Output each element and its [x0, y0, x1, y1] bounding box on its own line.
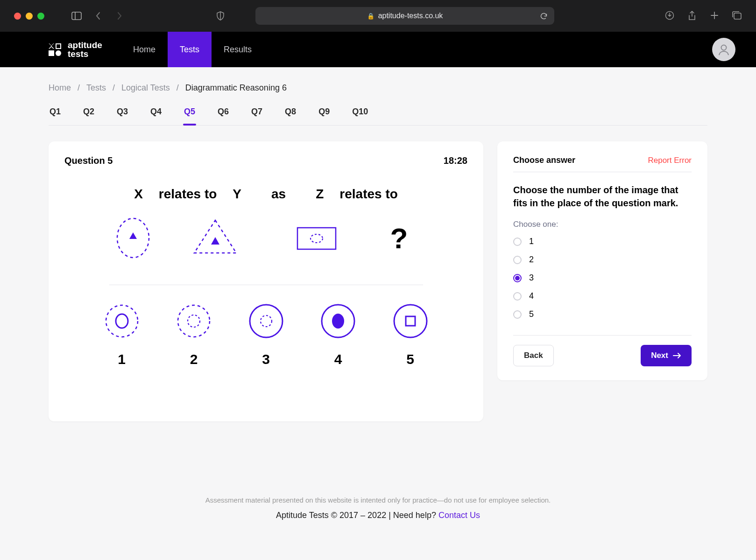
footer-disclaimer: Assessment material presented on this we…	[49, 496, 707, 504]
svg-point-16	[250, 305, 283, 337]
brand-logo[interactable]: aptitude tests	[0, 41, 121, 58]
answer-header: Choose answer	[513, 155, 575, 165]
next-button[interactable]: Next	[641, 345, 692, 366]
timer: 18:28	[444, 155, 467, 166]
answer-option-2[interactable]: 2	[513, 255, 692, 265]
crumb-home[interactable]: Home	[49, 83, 71, 93]
tab-q4[interactable]: Q4	[149, 107, 163, 125]
label-y: Y	[233, 187, 241, 202]
reload-icon[interactable]	[540, 12, 548, 20]
url-text: aptitude-tests.co.uk	[378, 12, 443, 20]
svg-rect-21	[406, 316, 415, 326]
svg-rect-0	[72, 12, 81, 20]
label-relates2: relates to	[339, 187, 398, 202]
question-mark-icon: ?	[378, 222, 420, 255]
svg-point-19	[332, 314, 344, 329]
footer: Assessment material presented on this we…	[49, 496, 707, 520]
svg-point-15	[188, 315, 200, 327]
crumb-current: Diagrammatic Reasoning 6	[185, 83, 287, 93]
maximize-window-icon[interactable]	[37, 13, 44, 20]
diagram-option-5: 5	[390, 301, 431, 367]
brand-text: aptitude tests	[68, 41, 102, 58]
answer-option-1[interactable]: 1	[513, 237, 692, 246]
svg-rect-4	[734, 13, 741, 19]
diagram-option-3: 3	[246, 301, 286, 367]
answer-options: 1 2 3 4 5	[513, 237, 692, 319]
diagram-option-1: 1	[102, 301, 142, 367]
diagram: X relates to Y as Z relates to	[98, 187, 434, 367]
shape-x	[112, 215, 154, 261]
label-as: as	[271, 187, 286, 202]
answer-option-4[interactable]: 4	[513, 291, 692, 301]
back-button[interactable]: Back	[513, 345, 554, 366]
sidebar-toggle-icon[interactable]	[71, 12, 82, 20]
download-icon[interactable]	[664, 11, 675, 21]
share-icon[interactable]	[687, 11, 697, 21]
browser-chrome: 🔒 aptitude-tests.co.uk	[0, 0, 756, 32]
svg-point-14	[178, 305, 210, 337]
footer-copyright: Aptitude Tests © 2017 – 2022 | Need help…	[276, 511, 438, 520]
divider	[109, 285, 423, 285]
tab-q6[interactable]: Q6	[217, 107, 230, 125]
answer-prompt: Choose the number of the image that fits…	[513, 183, 692, 210]
window-controls	[14, 13, 44, 20]
svg-point-11	[311, 234, 323, 243]
question-title: Question 5	[64, 155, 113, 166]
svg-point-5	[721, 45, 727, 50]
nav-home[interactable]: Home	[121, 32, 168, 67]
answer-option-3[interactable]: 3	[513, 273, 692, 283]
site-header: aptitude tests Home Tests Results	[0, 32, 756, 67]
minimize-window-icon[interactable]	[26, 13, 33, 20]
tab-q3[interactable]: Q3	[116, 107, 129, 125]
svg-marker-8	[194, 220, 236, 253]
tab-q10[interactable]: Q10	[351, 107, 369, 125]
tab-q8[interactable]: Q8	[284, 107, 297, 125]
new-tab-icon[interactable]	[709, 11, 720, 21]
answer-option-5[interactable]: 5	[513, 309, 692, 319]
report-error-link[interactable]: Report Error	[648, 156, 692, 165]
svg-point-13	[116, 314, 128, 328]
label-relates1: relates to	[159, 187, 217, 202]
answer-card: Choose answer Report Error Choose the nu…	[497, 141, 707, 380]
choose-label: Choose one:	[513, 220, 692, 229]
crumb-logical[interactable]: Logical Tests	[121, 83, 170, 93]
svg-rect-10	[297, 228, 336, 249]
shape-y	[190, 215, 241, 261]
question-card: Question 5 18:28 X relates to Y as Z rel…	[49, 141, 483, 421]
nav-results[interactable]: Results	[212, 32, 264, 67]
back-icon[interactable]	[93, 12, 103, 20]
arrow-right-icon	[673, 352, 681, 359]
contact-link[interactable]: Contact Us	[438, 511, 480, 520]
lock-icon: 🔒	[367, 13, 374, 20]
url-bar[interactable]: 🔒 aptitude-tests.co.uk	[255, 7, 554, 25]
tab-q1[interactable]: Q1	[49, 107, 62, 125]
tabs-overview-icon[interactable]	[732, 11, 742, 21]
diagram-option-2: 2	[174, 301, 214, 367]
diagram-option-4: 4	[318, 301, 358, 367]
svg-point-12	[106, 305, 138, 337]
label-z: Z	[316, 187, 324, 202]
forward-icon	[114, 12, 125, 20]
label-x: X	[134, 187, 143, 202]
avatar[interactable]	[712, 38, 735, 61]
tab-q2[interactable]: Q2	[82, 107, 95, 125]
shape-z	[291, 215, 342, 261]
nav-tests[interactable]: Tests	[168, 32, 212, 67]
brand-icon	[49, 43, 61, 56]
svg-point-17	[261, 315, 272, 327]
shield-icon[interactable]	[215, 11, 226, 21]
svg-marker-7	[129, 232, 137, 239]
tab-q9[interactable]: Q9	[318, 107, 331, 125]
question-tabs: Q1 Q2 Q3 Q4 Q5 Q6 Q7 Q8 Q9 Q10	[49, 107, 707, 126]
close-window-icon[interactable]	[14, 13, 21, 20]
crumb-tests[interactable]: Tests	[86, 83, 106, 93]
tab-q7[interactable]: Q7	[250, 107, 263, 125]
tab-q5[interactable]: Q5	[183, 107, 196, 125]
svg-marker-9	[211, 237, 219, 245]
breadcrumb: Home/ Tests/ Logical Tests/ Diagrammatic…	[49, 83, 707, 93]
svg-point-20	[394, 305, 427, 337]
